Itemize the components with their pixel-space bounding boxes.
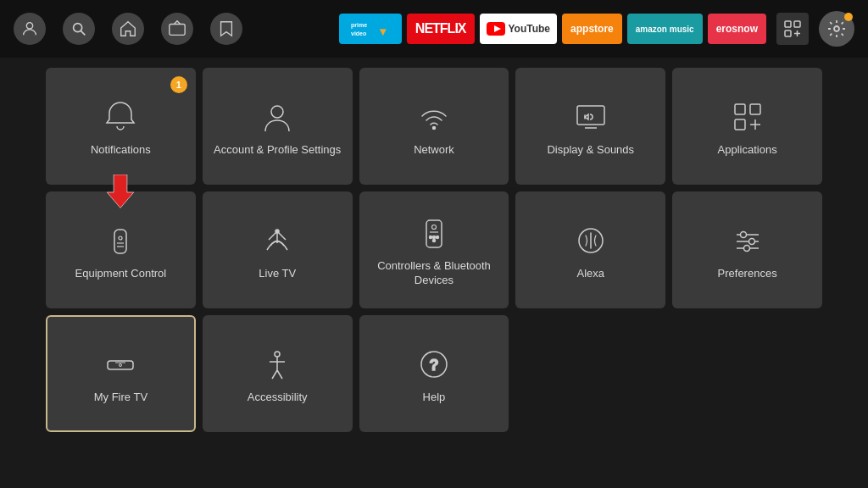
preferences-label: Preferences [718, 267, 777, 281]
grid-item-notifications[interactable]: 1 Notifications [46, 68, 196, 185]
help-label: Help [423, 391, 446, 405]
nav-apps: prime video ▾ NETFLIX YouTube appstore [339, 14, 766, 44]
svg-point-46 [748, 238, 754, 244]
svg-text:prime: prime [351, 22, 367, 29]
svg-rect-25 [114, 230, 126, 253]
svg-rect-22 [735, 119, 745, 130]
svg-text:▾: ▾ [379, 25, 387, 38]
svg-rect-4 [348, 17, 393, 41]
svg-point-44 [740, 231, 746, 237]
grid-item-my-fire-tv[interactable]: My Fire TV [46, 315, 196, 432]
display-sounds-label: Display & Sounds [547, 143, 634, 158]
svg-rect-3 [170, 25, 185, 36]
page-wrapper: prime video ▾ NETFLIX YouTube appstore [0, 0, 868, 442]
grid-item-preferences[interactable]: Preferences [672, 191, 822, 308]
svg-line-55 [272, 370, 277, 379]
my-fire-tv-label: My Fire TV [94, 391, 147, 405]
youtube-app[interactable]: YouTube [480, 14, 558, 44]
svg-point-39 [432, 236, 435, 239]
accessibility-label: Accessibility [248, 391, 308, 405]
svg-rect-10 [785, 21, 791, 27]
bookmark-icon[interactable] [210, 13, 242, 45]
equipment-control-label: Equipment Control [75, 267, 167, 281]
svg-point-48 [743, 245, 749, 251]
grid-item-live-tv[interactable]: Live TV [203, 191, 353, 308]
profile-icon[interactable] [14, 13, 46, 45]
settings-notification-dot [844, 13, 853, 21]
svg-point-1 [74, 24, 82, 32]
svg-point-41 [432, 240, 435, 242]
notifications-badge: 1 [170, 76, 187, 93]
svg-line-2 [81, 30, 85, 35]
svg-rect-21 [750, 104, 760, 114]
grid-item-equipment-control[interactable]: Equipment Control [46, 191, 196, 308]
svg-text:?: ? [429, 357, 438, 374]
prime-video-app[interactable]: prime video ▾ [339, 14, 402, 44]
navbar: prime video ▾ NETFLIX YouTube appstore [0, 0, 868, 58]
grid-item-alexa[interactable]: Alexa [515, 191, 665, 308]
amazon-music-app[interactable]: amazon music [627, 14, 703, 44]
grid-item-controllers-bluetooth[interactable]: Controllers & Bluetooth Devices [359, 191, 509, 308]
nav-left [14, 13, 242, 45]
home-icon[interactable] [112, 13, 144, 45]
svg-point-34 [275, 230, 279, 233]
appstore-app[interactable]: appstore [562, 14, 622, 44]
account-profile-label: Account & Profile Settings [214, 143, 341, 158]
svg-point-52 [275, 352, 280, 357]
erosnow-app[interactable]: erosnow [708, 14, 766, 44]
grid-item-account-profile[interactable]: Account & Profile Settings [203, 68, 353, 185]
svg-rect-18 [577, 106, 604, 125]
live-tv-label: Live TV [259, 267, 296, 281]
svg-point-51 [120, 363, 122, 366]
svg-point-26 [119, 236, 122, 240]
svg-line-56 [277, 370, 282, 379]
grid-item-applications[interactable]: Applications [672, 68, 822, 185]
svg-point-38 [429, 236, 431, 239]
svg-rect-20 [735, 104, 745, 114]
tv-icon[interactable] [161, 13, 193, 45]
grid-item-accessibility[interactable]: Accessibility [203, 315, 353, 432]
alexa-label: Alexa [577, 267, 605, 281]
svg-point-40 [436, 236, 438, 239]
svg-point-17 [432, 126, 435, 129]
grid-item-display-sounds[interactable]: Display & Sounds [515, 68, 665, 185]
grid-item-help[interactable]: ? Help [359, 315, 509, 432]
svg-point-36 [431, 225, 436, 230]
svg-text:video: video [351, 30, 366, 36]
settings-icon[interactable] [819, 11, 854, 47]
netflix-app[interactable]: NETFLIX [407, 14, 475, 44]
settings-grid: 1 Notifications Account & Profile Settin… [0, 58, 868, 442]
search-icon[interactable] [63, 13, 95, 45]
svg-point-0 [26, 23, 32, 29]
svg-point-15 [834, 26, 839, 31]
svg-point-16 [271, 106, 283, 118]
grid-item-network[interactable]: Network [359, 68, 509, 185]
grid-icon[interactable] [776, 13, 809, 45]
applications-label: Applications [718, 143, 777, 158]
svg-rect-12 [785, 30, 791, 36]
network-label: Network [414, 143, 454, 158]
notifications-label: Notifications [91, 143, 151, 158]
svg-rect-35 [426, 220, 442, 247]
svg-rect-11 [794, 21, 800, 27]
controllers-bluetooth-label: Controllers & Bluetooth Devices [368, 259, 501, 288]
